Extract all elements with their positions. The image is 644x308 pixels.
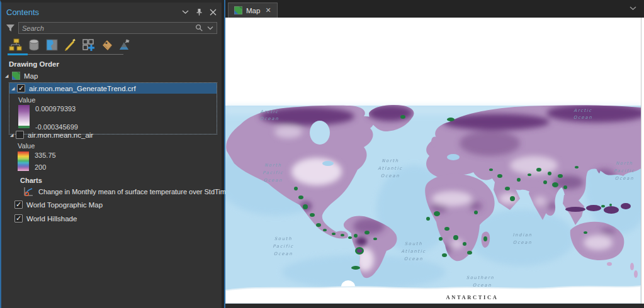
search-input[interactable] [22,25,195,32]
panel-title: Contents [6,8,39,17]
svg-text:Indian: Indian [512,233,532,238]
map-group-row[interactable]: ◢ Map [5,72,38,80]
search-icon [195,24,203,32]
svg-text:South: South [405,241,422,246]
svg-text:Ocean: Ocean [615,176,634,181]
map-bottom-edge [225,304,644,308]
svg-text:Ocean: Ocean [404,256,423,261]
list-by-drawing-order-tab[interactable] [8,37,23,52]
svg-text:Ocean: Ocean [260,116,279,121]
close-panel-icon[interactable] [210,9,217,16]
list-by-labeling-tab[interactable] [99,37,114,52]
list-by-editing-tab[interactable] [62,37,77,52]
map-view-tab[interactable]: Map ✕ [228,3,278,18]
trend-layer-row[interactable]: ◢ air.mon.mean_GenerateTrend.crf [9,83,217,94]
map-tab-label: Map [246,7,260,14]
drawing-order-heading: Drawing Order [9,60,59,68]
chart-item-row[interactable]: Change in Monthly mean of surface temper… [23,187,230,197]
tab-overflow-chevron-icon[interactable] [630,6,636,11]
hillshade-layer-checkbox[interactable] [14,214,23,223]
svg-text:North: North [381,158,399,163]
svg-text:North: North [264,163,282,168]
contents-panel: Contents [0,0,222,308]
expand-triangle-icon[interactable]: ◢ [11,86,17,91]
close-tab-icon[interactable]: ✕ [265,6,271,14]
svg-text:Pacific: Pacific [273,244,293,249]
list-by-snapping-tab[interactable] [81,37,96,52]
map-right-edge [641,18,644,304]
map-icon [12,72,20,80]
filter-icon[interactable] [6,23,15,33]
search-box[interactable] [18,22,217,34]
svg-text:Southern: Southern [466,275,495,280]
air-layer-label: air.mon.mean.nc_air [28,131,93,139]
map-group-label: Map [24,72,38,80]
trend-min-value: -0.000345699 [35,123,78,131]
panel-menu-chevron-icon[interactable] [182,9,189,14]
air-color-ramp [18,151,29,171]
map-view: Map ✕ [225,0,644,308]
trend-color-ramp [18,105,30,128]
svg-text:Atlantic: Atlantic [378,166,402,171]
svg-text:Arctic: Arctic [573,108,592,113]
air-min-value: 200 [35,163,56,171]
svg-text:Atlantic: Atlantic [401,249,426,254]
svg-text:Arctic: Arctic [260,109,279,114]
view-tab-bar: Map ✕ [225,0,644,18]
world-map[interactable]: Arctic Ocean Arctic Ocean North Pacific … [225,18,641,304]
svg-text:South: South [274,236,292,241]
list-by-perspective-tab[interactable] [117,37,132,52]
trend-layer-label: air.mon.mean_GenerateTrend.crf [29,85,136,92]
chart-icon [23,187,33,197]
svg-text:Pacific: Pacific [614,168,635,173]
svg-text:Ocean: Ocean [513,240,532,245]
air-layer-checkbox[interactable] [16,131,24,139]
list-by-data-source-tab[interactable] [26,37,41,52]
list-by-selection-tab[interactable] [44,37,59,52]
air-legend-title: Value [18,142,35,150]
svg-text:Pacific: Pacific [263,170,283,175]
svg-text:Ocean: Ocean [381,173,400,179]
map-canvas[interactable]: Arctic Ocean Arctic Ocean North Pacific … [225,18,644,304]
contents-toolbar [8,37,132,52]
toolbar-separator [28,54,123,55]
air-layer-row[interactable]: ◢ air.mon.mean.nc_air [10,131,93,139]
chart-item-label: Change in Monthly mean of surface temper… [38,188,230,195]
search-options-chevron-icon[interactable] [207,26,213,30]
topographic-layer-label: World Topographic Map [26,201,103,209]
arcgis-pro-window: Contents [0,0,644,308]
pin-icon[interactable] [196,8,203,16]
hillshade-layer-label: World Hillshade [26,215,77,223]
contents-panel-header: Contents [6,5,217,19]
topographic-layer-checkbox[interactable] [14,201,23,209]
svg-text:Ocean: Ocean [264,178,283,183]
topographic-layer-row[interactable]: World Topographic Map [14,201,103,209]
trend-layer-selection-block: ◢ air.mon.mean_GenerateTrend.crf Value 0… [9,82,217,135]
trend-max-value: 0.000979393 [35,105,78,113]
antarctica-label: ANTARCTICA [446,294,499,300]
trend-layer-checkbox[interactable] [17,84,25,92]
expand-triangle-icon[interactable]: ◢ [10,133,16,138]
hillshade-layer-row[interactable]: World Hillshade [14,214,77,223]
svg-text:Ocean: Ocean [274,251,293,256]
svg-text:Ocean: Ocean [473,283,492,288]
trend-legend-title: Value [18,96,217,104]
map-icon [234,6,242,14]
svg-text:North: North [616,161,633,166]
svg-text:Ocean: Ocean [573,115,592,120]
expand-triangle-icon[interactable]: ◢ [5,74,11,79]
active-tab-underline [8,53,28,55]
charts-heading: Charts [20,177,42,184]
air-max-value: 335.75 [35,151,56,159]
